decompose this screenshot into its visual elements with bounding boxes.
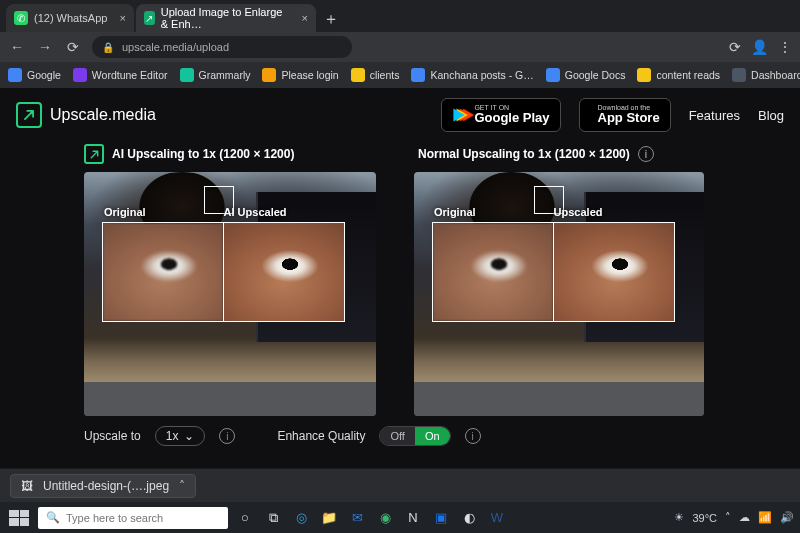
logo-mark-icon [84, 144, 104, 164]
ai-panel: Original AI Upscaled [84, 172, 376, 416]
upscale-to-label: Upscale to [84, 429, 141, 443]
cortana-icon[interactable]: ○ [234, 507, 256, 529]
image-file-icon: 🖼 [21, 479, 33, 493]
word-icon[interactable]: W [486, 507, 508, 529]
upscale-icon: ↗ [144, 11, 155, 25]
normal-heading: Normal Upscaling to 1x (1200 × 1200) i [418, 146, 654, 162]
tray-chevron-icon[interactable]: ˄ [725, 511, 731, 524]
nav-blog[interactable]: Blog [758, 108, 784, 123]
info-icon[interactable]: i [465, 428, 481, 444]
tab-title: (12) WhatsApp [34, 12, 107, 24]
bookmark-please-login[interactable]: Please login [262, 68, 338, 82]
download-item[interactable]: 🖼 Untitled-design-(….jpeg ˄ [10, 474, 196, 498]
bookmark-kanchana[interactable]: Kanchana posts - G… [411, 68, 533, 82]
site-header: Upscale.media GET IT ON Google Play Down… [0, 88, 800, 142]
forward-icon[interactable]: → [36, 39, 54, 55]
back-icon[interactable]: ← [8, 39, 26, 55]
zoom-icon[interactable]: ▣ [430, 507, 452, 529]
google-play-button[interactable]: GET IT ON Google Play [441, 98, 560, 132]
browser-tab-whatsapp[interactable]: ✆ (12) WhatsApp × [6, 4, 134, 32]
windows-taskbar: 🔍 Type here to search ○ ⧉ ◎ 📁 ✉ ◉ N ▣ ◐ … [0, 502, 800, 533]
bookmark-grammarly[interactable]: Grammarly [180, 68, 251, 82]
chrome-icon[interactable]: ◐ [458, 507, 480, 529]
logo-mark-icon [16, 102, 42, 128]
kebab-menu-icon[interactable]: ⋮ [778, 39, 792, 55]
wifi-icon[interactable]: 📶 [758, 511, 772, 524]
search-placeholder: Type here to search [66, 512, 163, 524]
close-icon[interactable]: × [301, 12, 307, 24]
start-button[interactable] [6, 507, 32, 529]
lock-icon: 🔒 [102, 42, 114, 53]
bookmarks-bar: Google Wordtune Editor Grammarly Please … [0, 62, 800, 88]
file-explorer-icon[interactable]: 📁 [318, 507, 340, 529]
bookmark-wordtune[interactable]: Wordtune Editor [73, 68, 168, 82]
brand-name: Upscale.media [50, 106, 156, 124]
bookmark-google[interactable]: Google [8, 68, 61, 82]
taskbar-search[interactable]: 🔍 Type here to search [38, 507, 228, 529]
google-play-icon [454, 109, 465, 122]
address-bar[interactable]: 🔒 upscale.media/upload [92, 36, 352, 58]
zoom-comparison [102, 222, 345, 322]
normal-panel: Original Upscaled [414, 172, 704, 416]
zoom-ai-upscaled [223, 222, 345, 322]
bookmark-google-docs[interactable]: Google Docs [546, 68, 626, 82]
upscale-select[interactable]: 1x ⌄ [155, 426, 206, 446]
enhance-toggle[interactable]: Off On [379, 426, 450, 446]
volume-icon[interactable]: 🔊 [780, 511, 794, 524]
nav-features[interactable]: Features [689, 108, 740, 123]
search-icon: 🔍 [46, 511, 60, 524]
zoom-label-upscaled: Upscaled [554, 206, 603, 218]
task-view-icon[interactable]: ⧉ [262, 507, 284, 529]
weather-icon: ☀ [674, 511, 684, 524]
enhance-quality-label: Enhance Quality [277, 429, 365, 443]
info-icon[interactable]: i [219, 428, 235, 444]
new-tab-button[interactable]: ＋ [318, 6, 344, 32]
edge-icon[interactable]: ◎ [290, 507, 312, 529]
zoom-label-original: Original [434, 206, 476, 218]
system-tray[interactable]: ☀ 39°C ˄ ☁ 📶 🔊 [674, 511, 794, 524]
zoom-label-ai-upscaled: AI Upscaled [224, 206, 287, 218]
bookmark-dashboard[interactable]: Dashboard ‹ — Wo… [732, 68, 800, 82]
update-icon[interactable]: ⟳ [729, 39, 741, 55]
url-text: upscale.media/upload [122, 41, 229, 53]
evernote-icon[interactable]: ◉ [374, 507, 396, 529]
whatsapp-icon: ✆ [14, 11, 28, 25]
zoom-label-original: Original [104, 206, 146, 218]
brand-logo[interactable]: Upscale.media [16, 102, 156, 128]
bookmark-content-reads[interactable]: content reads [637, 68, 720, 82]
browser-tab-upscale[interactable]: ↗ Upload Image to Enlarge & Enh… × [136, 4, 316, 32]
info-icon[interactable]: i [638, 146, 654, 162]
downloads-shelf: 🖼 Untitled-design-(….jpeg ˄ [0, 468, 800, 502]
reload-icon[interactable]: ⟳ [64, 39, 82, 55]
zoom-upscaled [553, 222, 675, 322]
weather-temp: 39°C [692, 512, 717, 524]
app-store-button[interactable]: Download on the App Store [579, 98, 671, 132]
zoom-original [432, 222, 554, 322]
profile-icon[interactable]: 👤 [751, 39, 768, 55]
tab-title: Upload Image to Enlarge & Enh… [161, 6, 290, 30]
download-filename: Untitled-design-(….jpeg [43, 479, 169, 493]
browser-toolbar: ← → ⟳ 🔒 upscale.media/upload ⟳ 👤 ⋮ [0, 32, 800, 62]
chevron-down-icon: ⌄ [184, 429, 194, 443]
mail-icon[interactable]: ✉ [346, 507, 368, 529]
notion-icon[interactable]: N [402, 507, 424, 529]
controls-row: Upscale to 1x ⌄ i Enhance Quality Off On… [84, 426, 800, 446]
zoom-original [102, 222, 224, 322]
onedrive-icon[interactable]: ☁ [739, 511, 750, 524]
page-content: AI Upscaling to 1x (1200 × 1200) Normal … [0, 142, 800, 468]
ai-heading: AI Upscaling to 1x (1200 × 1200) [84, 144, 376, 164]
chevron-up-icon[interactable]: ˄ [179, 479, 185, 493]
browser-tab-strip: ✆ (12) WhatsApp × ↗ Upload Image to Enla… [0, 0, 800, 32]
zoom-comparison [432, 222, 675, 322]
bookmark-clients[interactable]: clients [351, 68, 400, 82]
close-icon[interactable]: × [119, 12, 125, 24]
